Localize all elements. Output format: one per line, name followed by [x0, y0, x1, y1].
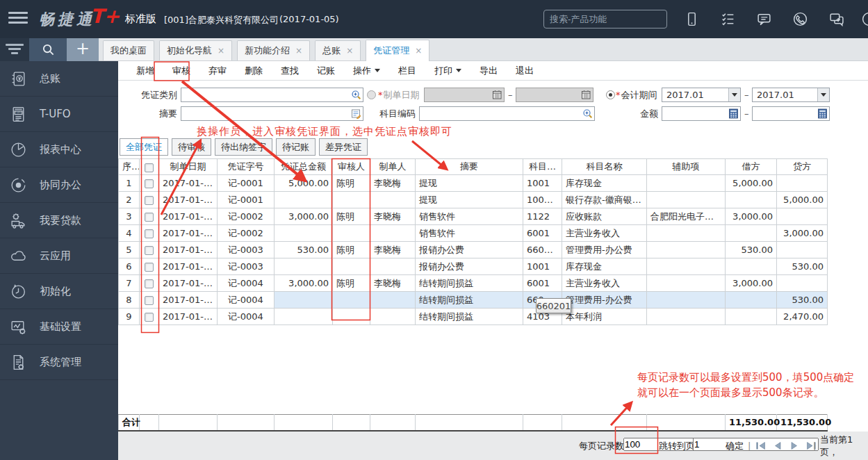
phone-service-icon[interactable] — [792, 11, 808, 27]
col-header-summary[interactable]: 摘要 — [416, 159, 523, 175]
sidebar-item-云应用[interactable]: 云应用 — [0, 238, 118, 274]
period-radio[interactable] — [606, 90, 615, 99]
col-header-seq[interactable]: 序号 — [119, 159, 140, 175]
calculator-icon[interactable] — [728, 108, 739, 119]
toolbar-button-打印[interactable]: 打印 — [425, 65, 470, 77]
col-header-debit[interactable]: 借方 — [726, 159, 777, 175]
subtab-待审核[interactable]: 待审核 — [172, 138, 211, 156]
col-header-acct_name[interactable]: 科目名称 — [562, 159, 647, 175]
cell-sel[interactable] — [140, 292, 159, 309]
first-page-icon[interactable] — [755, 441, 767, 450]
sidebar-item-报表中心[interactable]: 报表中心 — [0, 132, 118, 167]
sidebar-item-基础设置[interactable]: 基础设置 — [0, 309, 118, 345]
subtab-待出纳签字[interactable]: 待出纳签字 — [215, 138, 272, 156]
main-menu-icon[interactable] — [8, 12, 28, 26]
cell-sel[interactable] — [140, 309, 159, 325]
toolbar-button-审核[interactable]: 审核 — [163, 65, 199, 77]
toolbar-button-查找[interactable]: 查找 — [272, 65, 308, 77]
toolbar-button-弃审[interactable]: 弃审 — [199, 65, 236, 77]
period-to-select[interactable]: 2017.01 — [752, 88, 830, 102]
sidebar-item-系统管理[interactable]: 系统管理 — [0, 345, 118, 380]
close-icon[interactable]: × — [218, 46, 224, 56]
nav-add-button[interactable]: + — [67, 38, 99, 61]
confirm-button[interactable]: 确定 — [726, 432, 744, 460]
period-from-select[interactable]: 2017.01 — [662, 88, 741, 102]
cell-sel[interactable] — [140, 275, 159, 292]
summary-edit-icon[interactable] — [351, 108, 361, 119]
col-header-sel[interactable] — [140, 159, 159, 175]
row-checkbox[interactable] — [145, 229, 154, 238]
cell-sel[interactable] — [140, 175, 159, 192]
close-icon[interactable]: × — [415, 46, 422, 56]
message-icon[interactable] — [756, 11, 772, 27]
amount-from-input[interactable] — [662, 106, 741, 121]
summary-input[interactable] — [181, 106, 363, 121]
tab-初始化导航[interactable]: 初始化导航× — [159, 40, 232, 60]
toolbar-button-栏目[interactable]: 栏目 — [389, 65, 425, 77]
toolbar-button-新增[interactable]: 新增 — [127, 65, 163, 77]
row-checkbox[interactable] — [145, 213, 154, 222]
cell-sel[interactable] — [140, 208, 159, 225]
col-header-date[interactable]: 制单日期 — [159, 159, 218, 175]
row-checkbox[interactable] — [145, 179, 154, 188]
toolbar-button-操作[interactable]: 操作 — [344, 65, 389, 77]
cell-sel[interactable] — [140, 225, 159, 242]
nav-search-button[interactable] — [29, 38, 67, 61]
row-checkbox[interactable] — [145, 246, 154, 255]
calendar-icon[interactable] — [492, 90, 502, 100]
subtab-差异凭证[interactable]: 差异凭证 — [319, 138, 368, 156]
task-list-icon[interactable] — [720, 11, 736, 27]
row-checkbox[interactable] — [145, 313, 154, 322]
close-icon[interactable]: × — [295, 46, 302, 56]
sidebar-item-初始化[interactable]: 初始化 — [0, 274, 118, 309]
subtab-待记账[interactable]: 待记账 — [276, 138, 316, 156]
feedback-chat-icon[interactable] — [828, 11, 844, 27]
mobile-app-icon[interactable] — [684, 11, 700, 27]
row-checkbox[interactable] — [145, 263, 154, 272]
toolbar-button-退出[interactable]: 退出 — [507, 65, 543, 77]
tab-凭证管理[interactable]: 凭证管理× — [366, 40, 429, 61]
col-header-no[interactable]: 凭证字号 — [218, 159, 275, 175]
tab-我的桌面[interactable]: 我的桌面 — [103, 40, 154, 60]
col-header-auditor[interactable]: 审核人 — [333, 159, 370, 175]
toolbar-button-记账[interactable]: 记账 — [308, 65, 344, 77]
sidebar-item-总账[interactable]: 总账 — [0, 61, 118, 97]
help-icon[interactable] — [861, 11, 868, 27]
tab-新功能介绍[interactable]: 新功能介绍× — [237, 40, 310, 60]
lookup-icon[interactable] — [582, 108, 593, 119]
toolbar-button-导出[interactable]: 导出 — [470, 65, 507, 77]
col-header-aux[interactable]: 辅助项 — [647, 159, 726, 175]
row-checkbox[interactable] — [145, 279, 154, 288]
voucher-type-input[interactable] — [181, 88, 363, 102]
subject-code-input[interactable] — [419, 106, 595, 121]
select-all-checkbox[interactable] — [145, 163, 154, 172]
row-checkbox[interactable] — [145, 296, 154, 305]
doc-date-radio[interactable] — [367, 90, 376, 99]
nav-filter-icon[interactable] — [0, 38, 29, 61]
col-header-total[interactable]: 凭证总金额 — [275, 159, 333, 175]
col-header-credit[interactable]: 贷方 — [777, 159, 828, 175]
close-icon[interactable]: × — [346, 46, 353, 56]
cell-sel[interactable] — [140, 192, 159, 208]
calculator-icon[interactable] — [817, 108, 828, 119]
search-input[interactable] — [550, 14, 672, 24]
brand-logo: 畅捷通 — [39, 9, 95, 30]
col-header-maker[interactable]: 制单人 — [370, 159, 416, 175]
doc-date-to-input[interactable] — [516, 88, 593, 102]
cell-sel[interactable] — [140, 242, 159, 258]
doc-date-from-input[interactable] — [424, 88, 505, 102]
prev-page-icon[interactable] — [772, 441, 783, 450]
sidebar-item-我要贷款[interactable]: 我要贷款 — [0, 203, 118, 238]
subtab-全部凭证[interactable]: 全部凭证 — [120, 138, 168, 156]
tab-总账[interactable]: 总账× — [315, 40, 361, 60]
lookup-icon[interactable] — [351, 90, 361, 100]
sidebar-item-T-UFO[interactable]: T-UFOT-UFO — [0, 97, 118, 132]
cell-sel[interactable] — [140, 258, 159, 275]
row-checkbox[interactable] — [145, 196, 154, 205]
next-page-icon[interactable] — [789, 441, 800, 450]
calendar-icon[interactable] — [581, 90, 591, 100]
col-header-acct[interactable]: 科目… — [523, 159, 562, 175]
toolbar-button-删除[interactable]: 删除 — [236, 65, 272, 77]
sidebar-item-协同办公[interactable]: 协同办公 — [0, 167, 118, 203]
amount-to-input[interactable] — [752, 106, 830, 121]
